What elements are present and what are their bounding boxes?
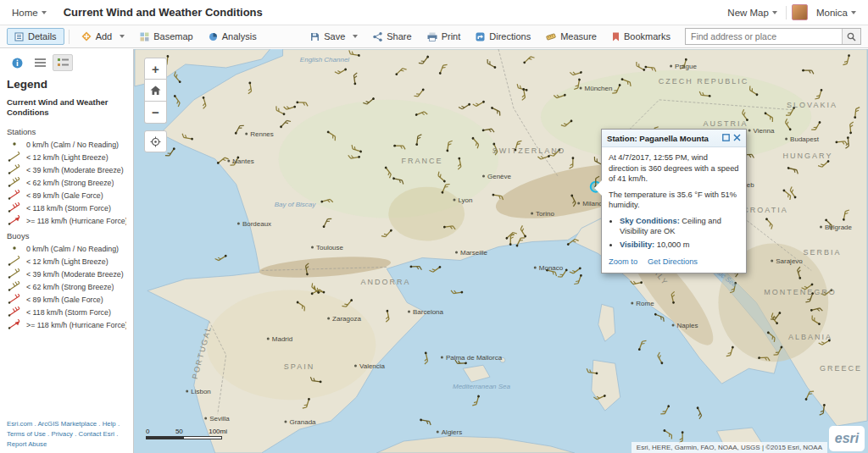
bookmarks-button[interactable]: Bookmarks [604, 28, 678, 45]
footer-link[interactable]: Help [103, 420, 116, 428]
print-icon [427, 32, 437, 41]
content-list-icon [35, 58, 46, 68]
popup-links: Zoom to Get Directions [602, 255, 746, 273]
search-box [685, 28, 861, 45]
footer-link[interactable]: Contact Esri [79, 430, 114, 438]
legend-item: < 39 km/h (Moderate Breeze) [7, 164, 126, 177]
add-icon [81, 31, 92, 41]
user-menu[interactable]: Monica [813, 8, 860, 18]
page-title: Current Wind and Weather Conditions [64, 6, 263, 19]
home-extent-button[interactable] [144, 80, 167, 102]
share-button[interactable]: Share [365, 28, 419, 45]
app-header: Home Current Wind and Weather Conditions… [0, 0, 868, 25]
map-canvas[interactable]: FRANCESPAINPORTUGALITALYCZECH REPUBLICAU… [134, 49, 868, 453]
legend-item: < 12 km/h (Light Breeze) [7, 152, 126, 164]
sidebar-tabs [7, 54, 126, 71]
map-attribution: Esri, HERE, Garmin, FAO, NOAA, USGS | ©2… [632, 442, 827, 453]
legend-item-label: 0 km/h (Calm / No Reading) [26, 141, 119, 149]
divider [69, 30, 70, 44]
scalebar-end: 100mi [209, 428, 227, 435]
legend-item-label: 0 km/h (Calm / No Reading) [26, 245, 119, 253]
legend-item: < 89 km/h (Gale Force) [7, 294, 126, 307]
legend-item: < 118 km/h (Storm Force) [7, 307, 126, 319]
search-button[interactable] [842, 29, 860, 44]
basemap-button[interactable]: Basemap [132, 28, 200, 45]
search-input[interactable] [686, 29, 842, 44]
chevron-down-icon [353, 35, 358, 38]
print-button[interactable]: Print [420, 28, 469, 45]
legend-item-label: < 39 km/h (Moderate Breeze) [26, 166, 124, 174]
home-menu-label: Home [12, 8, 38, 18]
save-icon [310, 32, 320, 41]
chevron-down-icon [851, 11, 856, 14]
legend-icon [58, 58, 69, 68]
bookmarks-icon [612, 32, 620, 41]
popup-header: Station: Paganella Mounta [602, 130, 746, 147]
measure-button[interactable]: Measure [538, 28, 604, 45]
legend-item-label: < 62 km/h (Strong Breeze) [26, 283, 114, 291]
avatar[interactable] [792, 4, 808, 20]
legend-item-label: >= 118 km/h (Hurricane Force) [26, 321, 126, 329]
legend-groups: Stations0 km/h (Calm / No Reading)< 12 k… [7, 124, 126, 332]
share-icon [373, 32, 382, 41]
legend-item: 0 km/h (Calm / No Reading) [7, 139, 126, 152]
legend-item: < 118 km/h (Storm Force) [7, 202, 126, 215]
close-icon[interactable] [733, 134, 741, 143]
scalebar: 0 50 100mi [146, 428, 227, 439]
directions-icon [476, 32, 485, 41]
wind-barb-icon [7, 318, 22, 333]
maximize-icon[interactable] [722, 134, 730, 143]
legend-item: >= 118 km/h (Hurricane Force) [7, 319, 126, 332]
measure-icon [546, 32, 556, 41]
legend-item: < 62 km/h (Strong Breeze) [7, 177, 126, 190]
legend-heading: Legend [7, 78, 126, 91]
legend-button[interactable] [53, 54, 73, 71]
popup-title: Station: Paganella Mounta [607, 134, 719, 143]
sidebar: Legend Current Wind and Weather Conditio… [0, 49, 134, 453]
zoom-out-button[interactable]: − [144, 102, 167, 124]
new-map-label: New Map [727, 8, 769, 18]
about-button[interactable] [7, 54, 27, 71]
scalebar-mid: 50 [175, 428, 183, 435]
footer-link[interactable]: Terms of Use [7, 430, 46, 438]
map-zoom-controls: + − [144, 58, 167, 152]
basemap [134, 49, 868, 453]
basemap-icon [140, 32, 149, 41]
content-button[interactable] [30, 54, 50, 71]
legend-item-label: < 118 km/h (Storm Force) [26, 204, 111, 213]
analysis-button[interactable]: Analysis [201, 28, 264, 45]
add-button[interactable]: Add [74, 28, 133, 45]
legend-item-label: < 12 km/h (Light Breeze) [26, 257, 108, 266]
legend-item: < 62 km/h (Strong Breeze) [7, 281, 126, 294]
chevron-down-icon [772, 11, 777, 14]
zoom-to-link[interactable]: Zoom to [609, 257, 637, 266]
new-map-menu[interactable]: New Map [724, 8, 781, 18]
scalebar-start: 0 [146, 428, 149, 435]
directions-button[interactable]: Directions [468, 28, 538, 45]
legend-item-label: >= 118 km/h (Hurricane Force) [26, 217, 126, 225]
legend-item-label: < 118 km/h (Storm Force) [26, 308, 111, 317]
chevron-down-icon [120, 35, 125, 38]
legend-item: < 89 km/h (Gale Force) [7, 190, 126, 202]
save-button[interactable]: Save [303, 28, 365, 45]
footer-link[interactable]: Report Abuse [7, 440, 47, 448]
footer-link[interactable]: ArcGIS Marketplace [37, 420, 97, 428]
divider [786, 6, 787, 19]
esri-logo[interactable]: esri [829, 426, 865, 451]
popup-body: At 4/7/2017, 12:55 PM, wind direction is… [602, 147, 746, 255]
zoom-in-button[interactable]: + [144, 58, 167, 80]
sidebar-footer: Esri.com . ArcGIS Marketplace . Help . T… [7, 414, 126, 450]
footer-link[interactable]: Privacy [51, 430, 73, 438]
analysis-icon [209, 32, 218, 41]
wind-barb-icon [7, 213, 22, 229]
legend-item-label: < 62 km/h (Strong Breeze) [26, 179, 114, 187]
home-menu[interactable]: Home [8, 8, 50, 18]
station-popup: Station: Paganella Mounta At 4/7/2017, 1… [601, 129, 747, 273]
get-directions-link[interactable]: Get Directions [648, 257, 698, 266]
legend-item: 0 km/h (Calm / No Reading) [7, 243, 126, 256]
legend-item: < 12 km/h (Light Breeze) [7, 256, 126, 268]
locate-button[interactable] [144, 130, 167, 152]
legend-group-name: Buoys [7, 231, 126, 240]
details-button[interactable]: Details [7, 28, 64, 45]
footer-link[interactable]: Esri.com [7, 420, 32, 428]
